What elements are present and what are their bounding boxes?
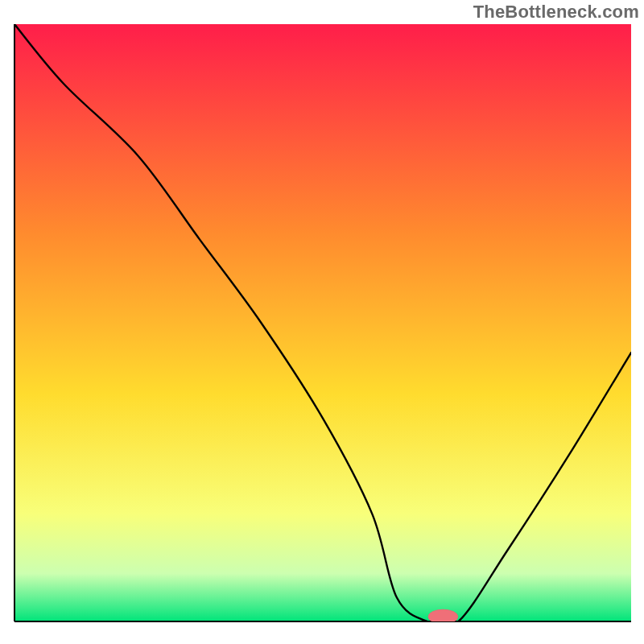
bottleneck-plot xyxy=(0,0,644,644)
chart-stage: TheBottleneck.com xyxy=(0,0,644,644)
gradient-background xyxy=(14,24,631,621)
